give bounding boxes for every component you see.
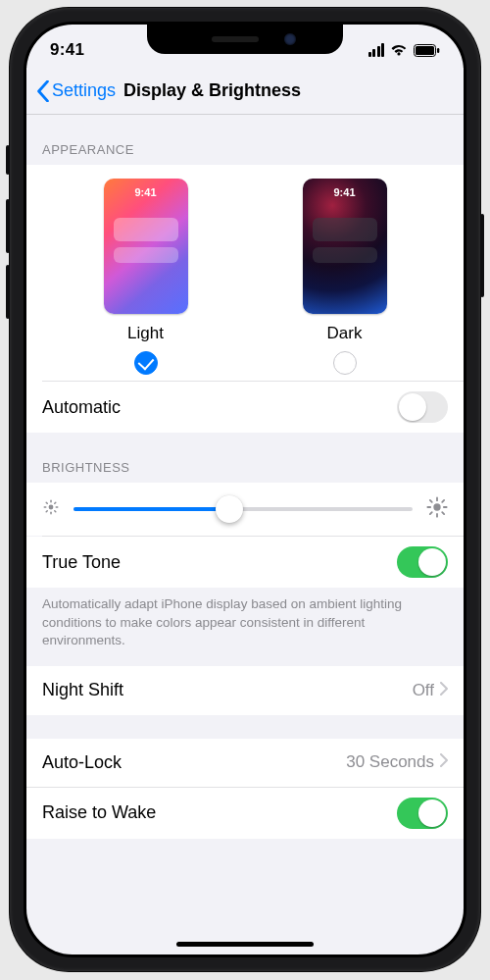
chevron-left-icon [36,80,50,102]
raise-to-wake-toggle[interactable] [397,798,448,829]
back-button[interactable]: Settings [36,80,116,102]
back-label: Settings [52,80,116,101]
side-button [480,214,484,297]
home-indicator[interactable] [176,942,314,947]
content-scroll[interactable]: APPEARANCE 9:41 Light 9:41 [26,115,464,954]
svg-line-8 [46,502,47,503]
svg-line-10 [46,511,47,512]
auto-lock-value: 30 Seconds [346,752,434,772]
svg-rect-2 [437,48,439,53]
brightness-slider-row [26,483,464,536]
chevron-right-icon [440,753,448,771]
svg-line-11 [55,502,56,503]
appearance-option-dark[interactable]: 9:41 Dark [281,179,409,375]
svg-point-3 [49,505,54,510]
true-tone-footnote: Automatically adapt iPhone display based… [26,588,464,666]
appearance-label: Dark [327,324,363,343]
svg-line-9 [55,511,56,512]
night-shift-value: Off [413,681,434,700]
notch [147,25,343,54]
thumb-time: 9:41 [303,186,387,198]
page-title: Display & Brightness [123,80,301,101]
svg-line-20 [442,500,444,502]
appearance-option-light[interactable]: 9:41 Light [82,179,210,375]
battery-icon [414,44,440,57]
radio-unselected-icon [333,351,357,375]
true-tone-row: True Tone [26,537,464,588]
sun-large-icon [426,496,448,522]
mute-switch [6,145,10,175]
svg-line-18 [442,512,444,514]
svg-line-17 [430,500,432,502]
status-indicators [368,43,441,57]
appearance-card: 9:41 Light 9:41 Dark [26,165,464,433]
auto-lock-label: Auto-Lock [42,752,122,773]
appearance-label: Light [127,324,164,343]
night-shift-row[interactable]: Night Shift Off [26,666,464,715]
screen: 9:41 Settings Display & Brightness APPEA… [26,25,464,954]
night-shift-label: Night Shift [42,680,123,700]
svg-line-19 [430,512,432,514]
automatic-toggle[interactable] [397,391,448,423]
cellular-icon [368,43,385,57]
raise-to-wake-row: Raise to Wake [26,788,464,839]
device-frame: 9:41 Settings Display & Brightness APPEA… [10,8,480,971]
true-tone-label: True Tone [42,552,121,573]
sun-small-icon [42,498,60,520]
volume-down-button [6,265,10,319]
volume-up-button [6,199,10,253]
svg-point-12 [433,503,440,510]
section-header-appearance: APPEARANCE [26,115,464,165]
nav-bar: Settings Display & Brightness [26,68,464,115]
true-tone-toggle[interactable] [397,546,448,578]
radio-selected-icon [134,351,158,375]
thumb-time: 9:41 [104,186,188,198]
brightness-slider[interactable] [74,494,413,524]
automatic-label: Automatic [42,397,121,418]
section-header-brightness: BRIGHTNESS [26,433,464,483]
auto-lock-row[interactable]: Auto-Lock 30 Seconds [26,739,464,788]
appearance-thumb-light: 9:41 [104,179,188,314]
automatic-row: Automatic [26,382,464,433]
status-time: 9:41 [50,40,84,60]
wifi-icon [390,43,408,57]
svg-rect-1 [416,46,434,55]
raise-to-wake-label: Raise to Wake [42,802,156,823]
appearance-thumb-dark: 9:41 [303,179,387,314]
chevron-right-icon [440,682,448,699]
